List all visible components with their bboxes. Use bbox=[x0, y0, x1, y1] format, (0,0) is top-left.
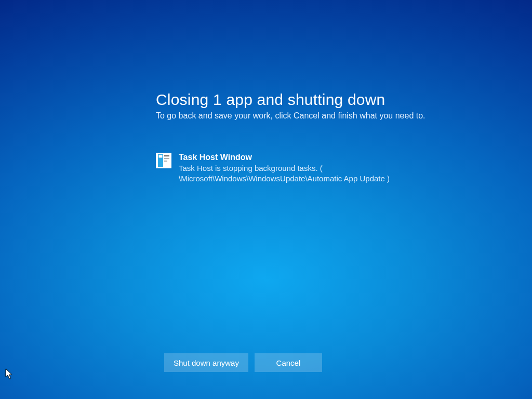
shutdown-content: Closing 1 app and shutting down To go ba… bbox=[156, 91, 447, 184]
blocking-app-name: Task Host Window bbox=[179, 153, 447, 162]
cancel-button[interactable]: Cancel bbox=[255, 353, 322, 372]
svg-rect-3 bbox=[164, 155, 169, 156]
blocking-app-desc: Task Host is stopping background tasks. … bbox=[179, 163, 402, 184]
shut-down-anyway-button[interactable]: Shut down anyway bbox=[164, 353, 248, 372]
svg-rect-2 bbox=[159, 155, 163, 157]
page-title: Closing 1 app and shutting down bbox=[156, 91, 447, 109]
blocking-app-row: Task Host Window Task Host is stopping b… bbox=[156, 153, 447, 184]
task-host-icon bbox=[156, 153, 171, 168]
action-buttons: Shut down anyway Cancel bbox=[164, 353, 322, 372]
cursor-icon bbox=[5, 368, 14, 380]
svg-rect-5 bbox=[164, 161, 167, 162]
svg-rect-4 bbox=[164, 158, 169, 159]
blocking-app-text: Task Host Window Task Host is stopping b… bbox=[179, 153, 447, 184]
page-subtitle: To go back and save your work, click Can… bbox=[156, 111, 447, 122]
